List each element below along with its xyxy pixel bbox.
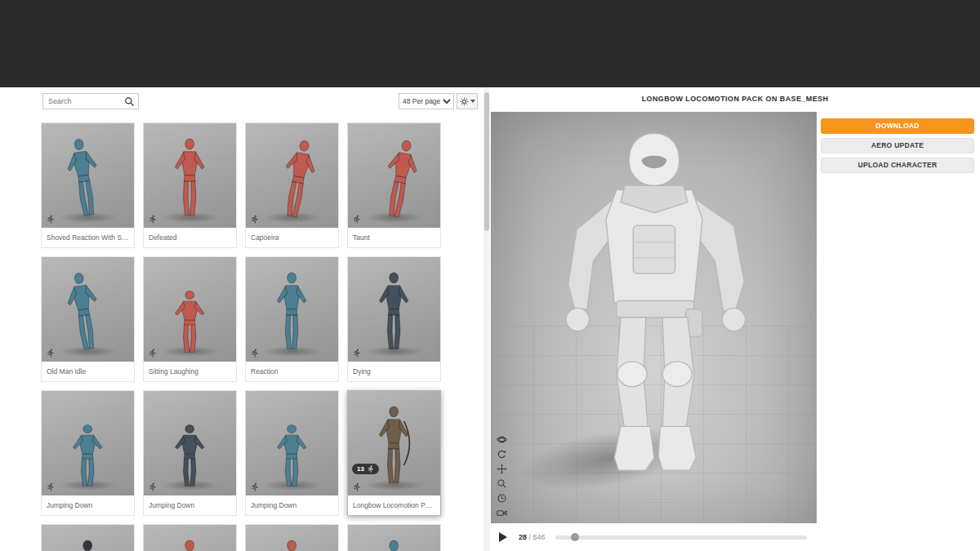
camera-icon[interactable]: [497, 507, 507, 518]
character-figure: [246, 270, 338, 355]
animation-type-run-icon: [46, 349, 55, 358]
animation-card[interactable]: Jumping Down: [143, 390, 237, 516]
timeline-handle[interactable]: [571, 533, 579, 541]
animation-thumbnail: [42, 391, 134, 495]
animation-type-run-icon: [148, 482, 157, 491]
chevron-down-icon: [470, 100, 475, 103]
character-figure: [144, 136, 236, 221]
animation-type-run-icon: [148, 215, 157, 224]
viewer-title: LONGBOW LOCOMOTION PACK ON BASE_MESH: [490, 95, 980, 103]
browser-scrollbar[interactable]: [483, 87, 490, 551]
animation-card[interactable]: Old Man Idle: [41, 256, 135, 382]
per-page-select[interactable]: 48 Per page: [399, 93, 454, 109]
animation-card[interactable]: [41, 524, 135, 551]
orbit-icon[interactable]: [497, 433, 507, 444]
animation-grid: Shoved Reaction With Spin: [41, 122, 454, 551]
animation-thumbnail: [246, 391, 338, 495]
actions-column: DOWNLOAD AERO UPDATE UPLOAD CHARACTER: [821, 118, 974, 177]
animation-card[interactable]: Taunt: [347, 122, 441, 248]
animation-type-run-icon: [250, 349, 259, 358]
animation-card[interactable]: Reaction: [245, 256, 339, 382]
animation-type-run-icon: [250, 215, 259, 224]
animation-thumbnail: [42, 123, 134, 228]
character-figure: [144, 270, 236, 355]
gear-icon: [460, 97, 469, 106]
animation-thumbnail: [144, 257, 236, 362]
animation-card[interactable]: Jumping Down: [41, 390, 135, 516]
animation-card[interactable]: Dying: [347, 256, 441, 382]
animation-card-label: Reaction: [246, 362, 338, 381]
animation-card[interactable]: Shoved Reaction With Spin: [41, 122, 135, 248]
character-figure: [246, 404, 338, 489]
animation-card-label: Capoeira: [246, 228, 338, 247]
character-figure: [144, 538, 236, 551]
animation-thumbnail: [348, 123, 440, 228]
viewer-panel: LONGBOW LOCOMOTION PACK ON BASE_MESH: [490, 87, 980, 551]
viewer-toolbar: [497, 433, 507, 518]
character-figure: [144, 404, 236, 489]
animation-card-label: Sitting Laughing: [144, 362, 236, 381]
character-figure: [42, 270, 134, 355]
character-figure: [246, 136, 338, 221]
viewer-character-mesh: [528, 125, 780, 481]
search-icon[interactable]: [124, 96, 135, 107]
pack-count-label: 13: [357, 465, 364, 473]
settings-gear-button[interactable]: [457, 93, 478, 109]
running-man-icon: [367, 465, 374, 473]
pan-icon[interactable]: [497, 463, 507, 473]
character-figure: [42, 404, 134, 489]
animation-thumbnail: [42, 525, 134, 551]
animation-card-label: Old Man Idle: [42, 362, 134, 381]
animation-card[interactable]: [143, 524, 237, 551]
scrollbar-thumb[interactable]: [484, 92, 489, 231]
play-button[interactable]: [499, 532, 507, 542]
character-figure: [42, 538, 134, 551]
reset-view-icon[interactable]: [497, 448, 507, 459]
animation-card[interactable]: 13 Longbow Locomotion Pack: [347, 390, 441, 516]
animation-type-run-icon: [250, 482, 259, 491]
animation-type-run-icon: [352, 482, 361, 491]
character-figure: [348, 404, 440, 489]
zoom-icon[interactable]: [497, 478, 507, 488]
character-figure: [42, 136, 134, 221]
animation-thumbnail: 13: [348, 391, 440, 495]
character-figure: [246, 538, 338, 551]
animation-card-label: Shoved Reaction With Spin: [42, 228, 134, 247]
animation-browser-panel: 48 Per page: [0, 87, 490, 551]
animation-card-label: Defeated: [144, 228, 236, 247]
aero-update-button[interactable]: AERO UPDATE: [821, 138, 974, 153]
animation-card-label: Dying: [348, 362, 440, 381]
character-figure: [348, 538, 440, 551]
animation-type-run-icon: [352, 349, 361, 358]
frame-counter: 28 / 546: [519, 533, 546, 541]
animation-type-run-icon: [352, 215, 361, 224]
timeline-slider[interactable]: [555, 535, 807, 540]
animation-card-label: Jumping Down: [42, 495, 134, 515]
clock-icon[interactable]: [497, 492, 507, 503]
animation-card[interactable]: Defeated: [143, 122, 237, 248]
search-field: [42, 93, 139, 109]
top-header: [0, 0, 980, 87]
total-frames: 546: [533, 533, 546, 541]
current-frame: 28: [519, 533, 527, 541]
download-button[interactable]: DOWNLOAD: [821, 118, 974, 134]
animation-thumbnail: [246, 525, 338, 551]
animation-card[interactable]: Sitting Laughing: [143, 256, 237, 382]
animation-card[interactable]: Capoeira: [245, 122, 339, 248]
animation-card[interactable]: Jumping Down: [245, 390, 339, 516]
playback-bar: 28 / 546: [491, 523, 817, 551]
animation-card-label: Jumping Down: [246, 495, 338, 515]
animation-card[interactable]: [245, 524, 339, 551]
animation-card[interactable]: [347, 524, 441, 551]
animation-thumbnail: [246, 257, 338, 362]
animation-type-run-icon: [46, 215, 55, 224]
animation-thumbnail: [348, 525, 440, 551]
viewer-3d-canvas[interactable]: [491, 112, 817, 523]
animation-card-label: Longbow Locomotion Pack: [348, 495, 440, 515]
animation-thumbnail: [144, 391, 236, 495]
character-figure: [348, 136, 440, 221]
animation-thumbnail: [42, 257, 134, 362]
upload-character-button[interactable]: UPLOAD CHARACTER: [821, 158, 974, 173]
character-figure: [348, 270, 440, 355]
animation-thumbnail: [144, 123, 236, 228]
